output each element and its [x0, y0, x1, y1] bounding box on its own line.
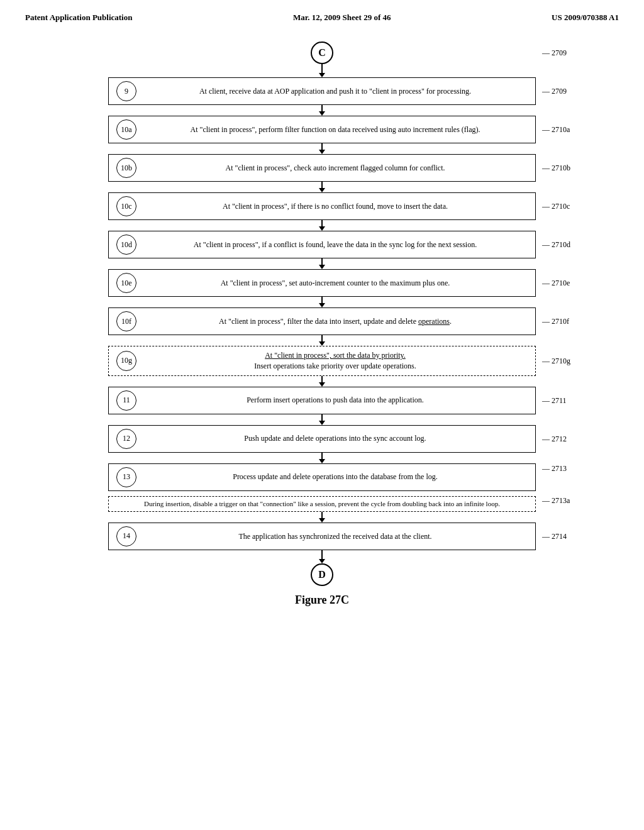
conn-13-14	[319, 512, 325, 523]
step-11-box: 11 Perform insert operations to push dat…	[108, 387, 536, 414]
step-10f-text: At "client in process", filter the data …	[143, 316, 528, 327]
step-13-wrapper: 13 Process update and delete operations …	[108, 463, 536, 512]
step-14-circle: 14	[116, 526, 136, 546]
conn-12-13	[319, 453, 325, 463]
step-10d-wrapper: 10d At "client in process", if a conflic…	[108, 231, 536, 258]
step-10a-circle: 10a	[116, 119, 136, 140]
step-10c-ref: — 2710c	[542, 202, 570, 211]
step-10e-text: At "client in process", set auto-increme…	[143, 278, 528, 289]
step-10d-box: 10d At "client in process", if a conflic…	[108, 231, 536, 258]
conn-10g-11	[319, 376, 325, 387]
step-14-box: 14 The application has synchronized the …	[108, 523, 536, 550]
step-10e-box: 10e At "client in process", set auto-inc…	[108, 269, 536, 297]
step-13a-box: During insertion, disable a trigger on t…	[108, 496, 536, 512]
step-14-text: The application has synchronized the rec…	[143, 531, 528, 542]
top-connector-circle: C	[311, 42, 333, 64]
step-10d-text: At "client in process", if a conflict is…	[143, 240, 528, 250]
step-10b-ref: — 2710b	[542, 163, 570, 173]
step-11-text: Perform insert operations to push data i…	[143, 395, 528, 406]
step-10e-circle: 10e	[116, 273, 136, 293]
step-11-ref: — 2711	[542, 396, 567, 405]
step-13-text: Process update and delete operations int…	[143, 472, 528, 482]
step-10g-box: 10g At "client in process", sort the dat…	[108, 346, 536, 376]
conn-10d-10e	[319, 258, 325, 269]
step-13-circle: 13	[116, 467, 136, 487]
step-14-wrapper: 14 The application has synchronized the …	[108, 523, 536, 550]
step-13-ref: — 2713	[542, 463, 567, 473]
step-10d-circle: 10d	[116, 235, 136, 255]
step-9-box: 9 At client, receive data at AOP applica…	[108, 77, 536, 105]
step-9-circle: 9	[116, 81, 136, 101]
step-11-wrapper: 11 Perform insert operations to push dat…	[108, 387, 536, 414]
step-13-box: 13 Process update and delete operations …	[108, 463, 536, 491]
step-12-wrapper: 12 Push update and delete operations int…	[108, 425, 536, 453]
step-9-text: At client, receive data at AOP applicati…	[143, 86, 528, 97]
page-header: Patent Application Publication Mar. 12, …	[25, 13, 619, 23]
conn-10f-10g	[319, 335, 325, 346]
step-10g-text-line1: At "client in process", sort the data by…	[143, 350, 528, 372]
page: Patent Application Publication Mar. 12, …	[0, 0, 644, 830]
step-10c-text: At "client in process", if there is no c…	[143, 201, 528, 212]
step-10c-wrapper: 10c At "client in process", if there is …	[108, 192, 536, 220]
header-right: US 2009/070388 A1	[552, 13, 619, 23]
conn-11-12	[319, 414, 325, 425]
step-10b-box: 10b At "client in process", check auto i…	[108, 154, 536, 182]
step-12-circle: 12	[116, 429, 136, 449]
step-9-wrapper: 9 At client, receive data at AOP applica…	[108, 77, 536, 105]
step-10b-text: At "client in process", check auto incre…	[143, 163, 528, 174]
step-10a-text: At "client in process", perform filter f…	[143, 124, 528, 135]
bottom-connector-label: D	[318, 569, 326, 580]
step-12-text: Push update and delete operations into t…	[143, 433, 528, 444]
step-10a-ref: — 2710a	[542, 125, 570, 135]
step-10b-circle: 10b	[116, 158, 136, 178]
step-12-box: 12 Push update and delete operations int…	[108, 425, 536, 453]
step-10e-wrapper: 10e At "client in process", set auto-inc…	[108, 269, 536, 297]
conn-10b-10c	[319, 182, 325, 192]
diagram-container: C — 2709 9 At client, receive data at AO…	[25, 42, 619, 607]
step-9-ref: — 2709	[542, 87, 567, 96]
bottom-connector-circle: D	[311, 563, 333, 586]
conn-10a-10b	[319, 143, 325, 154]
step-10e-ref: — 2710e	[542, 279, 570, 288]
step-10f-box: 10f At "client in process", filter the d…	[108, 307, 536, 335]
step-10c-box: 10c At "client in process", if there is …	[108, 192, 536, 220]
conn-14-d	[319, 550, 325, 563]
conn-9-10a	[319, 105, 325, 116]
step-10f-wrapper: 10f At "client in process", filter the d…	[108, 307, 536, 335]
step-10a-box: 10a At "client in process", perform filt…	[108, 116, 536, 143]
step-10b-wrapper: 10b At "client in process", check auto i…	[108, 154, 536, 182]
step-10c-circle: 10c	[116, 196, 136, 216]
top-connector-label: C	[318, 47, 326, 58]
header-center: Mar. 12, 2009 Sheet 29 of 46	[293, 13, 391, 23]
step-10f-circle: 10f	[116, 311, 136, 331]
step-11-circle: 11	[116, 390, 136, 411]
step-10g-wrapper: 10g At "client in process", sort the dat…	[108, 346, 536, 376]
step-12-ref: — 2712	[542, 434, 567, 443]
step-10d-ref: — 2710d	[542, 240, 570, 250]
step-10g-ref: — 2710g	[542, 356, 570, 365]
header-left: Patent Application Publication	[25, 13, 132, 23]
figure-label: Figure 27C	[295, 594, 349, 607]
step-10g-circle: 10g	[116, 351, 136, 371]
step-14-ref: — 2714	[542, 531, 567, 541]
conn-10e-10f	[319, 297, 325, 307]
step-10f-ref: — 2710f	[542, 317, 569, 326]
conn-10c-10d	[319, 220, 325, 231]
connector-c-to-9	[319, 64, 325, 77]
step-10a-wrapper: 10a At "client in process", perform filt…	[108, 116, 536, 143]
